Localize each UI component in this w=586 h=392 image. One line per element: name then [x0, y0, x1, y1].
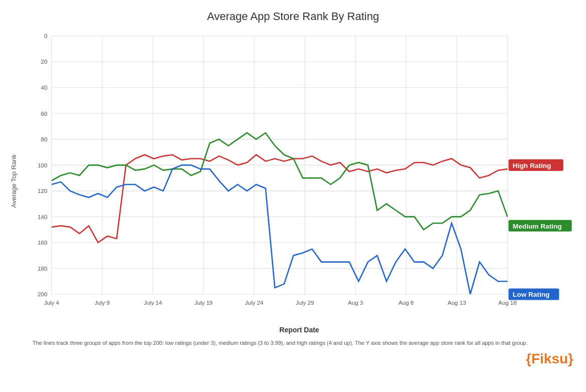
svg-text:High Rating: High Rating [513, 162, 551, 169]
svg-text:80: 80 [41, 136, 48, 142]
svg-text:Low Rating: Low Rating [513, 291, 550, 298]
svg-text:July 19: July 19 [194, 300, 213, 306]
svg-text:July 24: July 24 [245, 300, 264, 306]
svg-text:July 29: July 29 [296, 300, 314, 306]
fiksu-logo: {Fiksu} [526, 351, 573, 367]
svg-text:120: 120 [38, 188, 47, 194]
footnote: The lines track three groups of apps fro… [10, 339, 576, 347]
chart-svg: 020406080100120140160180200July 4July 9J… [23, 28, 576, 323]
svg-text:160: 160 [38, 240, 47, 246]
svg-text:180: 180 [38, 266, 47, 272]
chart-container: Average App Store Rank By Rating Average… [0, 0, 586, 392]
svg-text:20: 20 [41, 59, 48, 65]
svg-text:July 9: July 9 [95, 300, 110, 306]
svg-text:Medium Rating: Medium Rating [513, 223, 562, 230]
y-axis-label: Average Top Rank [10, 154, 20, 208]
x-axis-label: Report Date [23, 326, 576, 334]
svg-text:Aug 8: Aug 8 [399, 300, 414, 306]
svg-text:0: 0 [44, 33, 47, 39]
svg-text:Aug 3: Aug 3 [348, 300, 363, 306]
svg-text:40: 40 [41, 85, 48, 91]
svg-text:140: 140 [38, 214, 47, 220]
svg-text:100: 100 [38, 162, 47, 168]
chart-title: Average App Store Rank By Rating [10, 10, 576, 23]
svg-text:Aug 18: Aug 18 [498, 300, 517, 306]
svg-text:Aug 13: Aug 13 [448, 300, 466, 306]
svg-text:July 14: July 14 [144, 300, 162, 306]
svg-text:July 4: July 4 [44, 300, 60, 306]
svg-text:200: 200 [38, 291, 47, 297]
svg-text:60: 60 [41, 111, 48, 117]
